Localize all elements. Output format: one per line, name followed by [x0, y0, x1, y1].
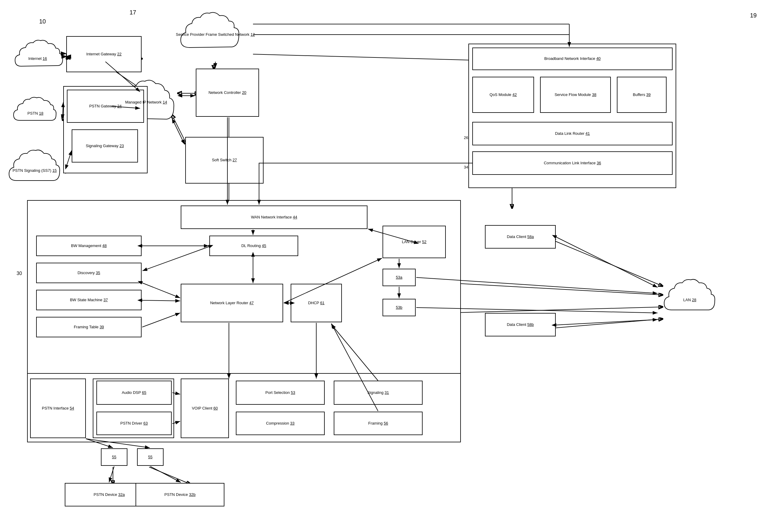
- box-data-client-58b: Data Client 58b: [485, 313, 556, 336]
- pstn-if-55a-label: 55: [112, 455, 116, 460]
- box-lan-driver: LAN Driver 52: [383, 226, 446, 258]
- svg-line-27: [446, 307, 662, 313]
- service-flow-label: Service Flow Module 38: [554, 92, 597, 97]
- label-10: 10: [39, 18, 46, 25]
- box-port-selection: Port Selection 53: [236, 381, 325, 405]
- svg-line-71: [556, 320, 658, 325]
- cloud-sp-frame-label: Service Provider Frame Switched Network …: [176, 32, 255, 37]
- port-selection-label: Port Selection 53: [265, 390, 295, 395]
- box-dl-routing: DL Routing 45: [209, 236, 298, 256]
- box-comm-link-interface: Communication Link Interface 36: [472, 151, 673, 175]
- box-data-link-router: Data Link Router 41: [472, 122, 673, 145]
- box-bw-state-machine: BW State Machine 37: [36, 290, 141, 310]
- port-53a-label: 53a: [396, 275, 402, 280]
- box-port-53a: 53a: [383, 269, 416, 286]
- box-dhcp: DHCP 61: [291, 284, 342, 322]
- data-client-58b-label: Data Client 58b: [507, 322, 534, 327]
- box-signaling-31: Signaling 31: [334, 381, 423, 405]
- pstn-interface-label: PSTN Interface 54: [42, 406, 74, 411]
- cloud-lan: LAN 28: [658, 277, 721, 323]
- diagram-container: 10 17 19 Internet 16 PSTN 18 PSTN Signal…: [0, 0, 775, 532]
- box-audio-dsp: Audio DSP 65: [96, 381, 172, 405]
- box-internet-gateway: Internet Gateway 22: [66, 36, 141, 72]
- box-pstn-if-55a: 55: [101, 448, 127, 466]
- label-30: 30: [17, 271, 22, 276]
- pstn-if-55b-label: 55: [148, 455, 152, 460]
- pstn-device-32b-label: PSTN Device 32b: [164, 492, 196, 497]
- dl-routing-label: DL Routing 45: [241, 243, 266, 249]
- box-data-client-58a: Data Client 58a: [485, 225, 556, 249]
- cloud-pstn-sig-label: PSTN Signaling (SS7) 15: [13, 168, 57, 173]
- box-qos: QoS Module 42: [472, 77, 534, 113]
- cloud-pstn: PSTN 18: [9, 96, 62, 131]
- label-34: 34: [464, 165, 468, 169]
- comm-link-interface-label: Communication Link Interface 36: [544, 161, 601, 166]
- internet-gateway-label: Internet Gateway 22: [86, 52, 121, 57]
- cloud-internet-label: Internet 16: [28, 56, 47, 61]
- port-53b-label: 53b: [396, 305, 402, 310]
- box-framing-56: Framing 56: [334, 412, 423, 435]
- bw-state-machine-label: BW State Machine 37: [70, 298, 108, 303]
- data-link-router-label: Data Link Router 41: [555, 131, 590, 136]
- svg-line-26: [446, 283, 662, 295]
- bw-management-label: BW Management 48: [71, 243, 107, 249]
- network-controller-label: Network Controller 20: [209, 90, 247, 95]
- data-client-58a-label: Data Client 58a: [507, 234, 534, 240]
- svg-line-76: [150, 466, 181, 482]
- signaling-31-label: Signaling 31: [367, 390, 389, 395]
- box-network-layer-router: Network Layer Router 47: [181, 284, 283, 322]
- cloud-sp-frame: Service Provider Frame Switched Network …: [173, 8, 258, 61]
- lan-driver-label: LAN Driver 52: [402, 240, 426, 245]
- svg-line-29: [554, 319, 662, 328]
- framing-table-label: Framing Table 39: [74, 325, 104, 330]
- soft-switch-label: Soft Switch 27: [212, 158, 237, 163]
- cloud-lan-label: LAN 28: [683, 298, 696, 303]
- label-19: 19: [750, 12, 757, 19]
- box-pstn-interface: PSTN Interface 54: [30, 379, 86, 438]
- label-26: 26: [464, 135, 468, 140]
- pstn-driver-label: PSTN Driver 63: [120, 421, 147, 426]
- svg-line-75: [109, 466, 114, 482]
- box-pstn-device-32b: PSTN Device 32b: [135, 483, 225, 506]
- box-broadband-ni: Broadband Network Interface 40: [472, 48, 673, 70]
- pstn-device-32a-label: PSTN Device 32a: [94, 492, 125, 497]
- audio-dsp-label: Audio DSP 65: [122, 390, 146, 395]
- box-wan-ni: WAN Network Interface 44: [181, 206, 367, 229]
- cloud-internet: Internet 16: [9, 39, 66, 78]
- svg-line-70: [556, 237, 658, 287]
- box-signaling-gateway: Signaling Gateway 23: [72, 129, 138, 162]
- broadband-ni-label: Broadband Network Interface 40: [544, 56, 601, 61]
- framing-56-label: Framing 56: [368, 421, 388, 426]
- svg-line-10: [253, 54, 472, 60]
- box-soft-switch: Soft Switch 27: [185, 137, 264, 184]
- buffers-label: Buffers 39: [633, 92, 651, 97]
- signaling-gateway-label: Signaling Gateway 23: [86, 144, 124, 149]
- box-discovery: Discovery 35: [36, 263, 141, 283]
- pstn-gateway-label: PSTN Gateway 24: [89, 104, 122, 109]
- box-network-controller: Network Controller 20: [196, 69, 259, 117]
- cloud-managed-ip-label: Managed IP Network 14: [125, 100, 167, 105]
- wan-ni-label: WAN Network Interface 44: [251, 215, 297, 220]
- cloud-pstn-label: PSTN 18: [27, 111, 43, 116]
- qos-label: QoS Module 42: [489, 92, 516, 97]
- box-pstn-gateway: PSTN Gateway 24: [67, 90, 144, 123]
- svg-line-28: [554, 241, 662, 286]
- box-bw-management: BW Management 48: [36, 236, 141, 256]
- box-framing-table: Framing Table 39: [36, 317, 141, 337]
- voip-client-label: VOIP Client 60: [192, 406, 218, 411]
- box-port-53b: 53b: [383, 299, 416, 316]
- box-voip-client: VOIP Client 60: [181, 379, 229, 438]
- box-compression: Compression 33: [236, 412, 325, 435]
- network-layer-router-label: Network Layer Router 47: [210, 301, 254, 306]
- label-17: 17: [129, 9, 136, 16]
- dhcp-label: DHCP 61: [308, 301, 325, 306]
- box-service-flow: Service Flow Module 38: [540, 77, 611, 113]
- box-pstn-driver: PSTN Driver 63: [96, 412, 172, 435]
- box-pstn-if-55b: 55: [137, 448, 163, 466]
- cloud-pstn-signaling: PSTN Signaling (SS7) 15: [3, 147, 66, 194]
- svg-line-34: [149, 467, 190, 484]
- box-buffers: Buffers 39: [617, 77, 667, 113]
- compression-label: Compression 33: [266, 421, 295, 426]
- discovery-label: Discovery 35: [77, 271, 100, 276]
